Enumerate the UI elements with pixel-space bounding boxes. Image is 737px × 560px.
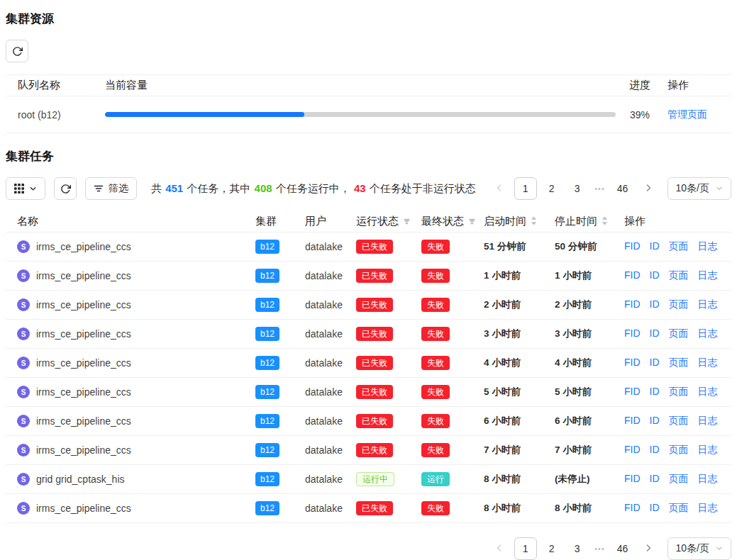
row-actions: FIDID页面日志	[613, 473, 731, 486]
page-link[interactable]: 页面	[669, 357, 689, 369]
page-size-select[interactable]: 10条/页	[667, 177, 731, 200]
task-name: irms_ce_pipeline_ccs	[36, 299, 131, 310]
log-link[interactable]: 日志	[698, 240, 718, 253]
page-link[interactable]: 页面	[669, 298, 689, 311]
sorter-icon[interactable]	[531, 215, 537, 228]
page-link[interactable]: 页面	[669, 473, 689, 486]
progress-percent: 39%	[616, 109, 663, 121]
tasks-refresh-button[interactable]	[54, 177, 77, 200]
id-link[interactable]: ID	[650, 357, 660, 369]
run-status-tag: 已失败	[356, 269, 393, 283]
pagination-ellipsis[interactable]: •••	[592, 544, 608, 553]
pagination-page-2[interactable]: 2	[541, 178, 563, 199]
avatar: S	[17, 502, 30, 515]
log-link[interactable]: 日志	[698, 386, 718, 398]
stop-time: 6 小时前	[543, 415, 613, 427]
page-link[interactable]: 页面	[669, 502, 689, 515]
pagination-page-3[interactable]: 3	[567, 178, 588, 199]
resources-table-header: 队列名称 当前容量 进度 操作	[6, 74, 731, 96]
pagination-ellipsis[interactable]: •••	[592, 184, 608, 193]
id-link[interactable]: ID	[650, 473, 660, 486]
fid-link[interactable]: FID	[624, 269, 641, 282]
log-link[interactable]: 日志	[698, 444, 718, 457]
log-link[interactable]: 日志	[698, 357, 718, 369]
cluster-tag: b12	[255, 472, 279, 486]
fid-link[interactable]: FID	[624, 473, 641, 486]
start-time: 51 分钟前	[472, 240, 543, 253]
id-link[interactable]: ID	[650, 502, 660, 515]
id-link[interactable]: ID	[650, 386, 660, 398]
manage-page-link[interactable]: 管理页面	[667, 108, 707, 120]
pagination-page-1[interactable]: 1	[514, 177, 537, 200]
cluster-tag: b12	[255, 240, 279, 254]
run-status-tag: 已失败	[356, 240, 393, 254]
pagination-prev-button[interactable]	[489, 538, 510, 559]
fid-link[interactable]: FID	[624, 386, 641, 398]
page-link[interactable]: 页面	[669, 327, 689, 340]
table-row: S grid grid_cptask_his b12 datalake 运行中 …	[6, 465, 731, 494]
sorter-icon[interactable]	[602, 215, 608, 228]
log-link[interactable]: 日志	[698, 269, 718, 282]
tasks-table-header: 名称 集群 用户 运行状态 最终状态 启动时间 停止时间 操作	[6, 211, 731, 233]
start-time: 4 小时前	[472, 357, 543, 369]
pagination-bottom-row: 1 2 3 ••• 46 10条/页	[6, 537, 731, 560]
user-name: datalake	[294, 415, 345, 427]
col-final-status[interactable]: 最终状态	[410, 215, 472, 228]
progress-fill	[105, 112, 304, 117]
row-actions: FIDID页面日志	[613, 386, 731, 398]
pagination-prev-button[interactable]	[489, 178, 510, 199]
page-link[interactable]: 页面	[669, 415, 689, 427]
page-link[interactable]: 页面	[669, 444, 689, 457]
page-size-select[interactable]: 10条/页	[667, 537, 731, 560]
fid-link[interactable]: FID	[624, 327, 641, 340]
run-status-tag: 已失败	[356, 327, 393, 341]
id-link[interactable]: ID	[650, 240, 660, 253]
id-link[interactable]: ID	[650, 269, 660, 282]
log-link[interactable]: 日志	[698, 473, 718, 486]
id-link[interactable]: ID	[650, 298, 660, 311]
filter-button[interactable]: 筛选	[85, 177, 137, 200]
pagination-page-1[interactable]: 1	[514, 537, 537, 560]
task-name: grid grid_cptask_his	[36, 474, 125, 485]
log-link[interactable]: 日志	[698, 502, 718, 515]
fid-link[interactable]: FID	[624, 298, 641, 311]
stop-time: 5 小时前	[543, 386, 613, 398]
col-stop-time[interactable]: 停止时间	[543, 215, 613, 228]
user-name: datalake	[294, 270, 345, 281]
log-link[interactable]: 日志	[698, 298, 718, 311]
fid-link[interactable]: FID	[624, 240, 641, 253]
avatar: S	[17, 415, 30, 427]
stop-time: 50 分钟前	[543, 240, 613, 253]
start-time: 1 小时前	[472, 269, 543, 282]
fid-link[interactable]: FID	[624, 444, 641, 457]
id-link[interactable]: ID	[650, 415, 660, 427]
refresh-icon	[60, 184, 71, 194]
log-link[interactable]: 日志	[698, 415, 718, 427]
fid-link[interactable]: FID	[624, 357, 641, 369]
page-link[interactable]: 页面	[669, 269, 689, 282]
task-name: irms_ce_pipeline_ccs	[36, 503, 131, 514]
id-link[interactable]: ID	[650, 444, 660, 457]
run-status-tag: 已失败	[356, 385, 393, 399]
fid-link[interactable]: FID	[624, 502, 641, 515]
id-link[interactable]: ID	[650, 327, 660, 340]
task-name: irms_ce_pipeline_ccs	[36, 241, 131, 252]
fid-link[interactable]: FID	[624, 415, 641, 427]
pagination-page-2[interactable]: 2	[541, 538, 563, 559]
cluster-tag: b12	[255, 298, 279, 312]
pagination-page-3[interactable]: 3	[567, 538, 588, 559]
log-link[interactable]: 日志	[698, 327, 718, 340]
col-run-status[interactable]: 运行状态	[345, 215, 410, 228]
column-settings-button[interactable]	[6, 177, 45, 200]
page-link[interactable]: 页面	[669, 240, 689, 253]
pagination-next-button[interactable]	[638, 178, 659, 199]
col-start-time[interactable]: 启动时间	[472, 215, 543, 228]
pagination-page-last[interactable]: 46	[612, 538, 633, 559]
user-name: datalake	[294, 328, 345, 340]
final-status-tag: 运行	[421, 472, 450, 486]
row-actions: FIDID页面日志	[613, 357, 731, 369]
resources-refresh-button[interactable]	[6, 40, 28, 62]
pagination-next-button[interactable]	[638, 538, 659, 559]
pagination-page-last[interactable]: 46	[612, 178, 633, 199]
page-link[interactable]: 页面	[669, 386, 689, 398]
